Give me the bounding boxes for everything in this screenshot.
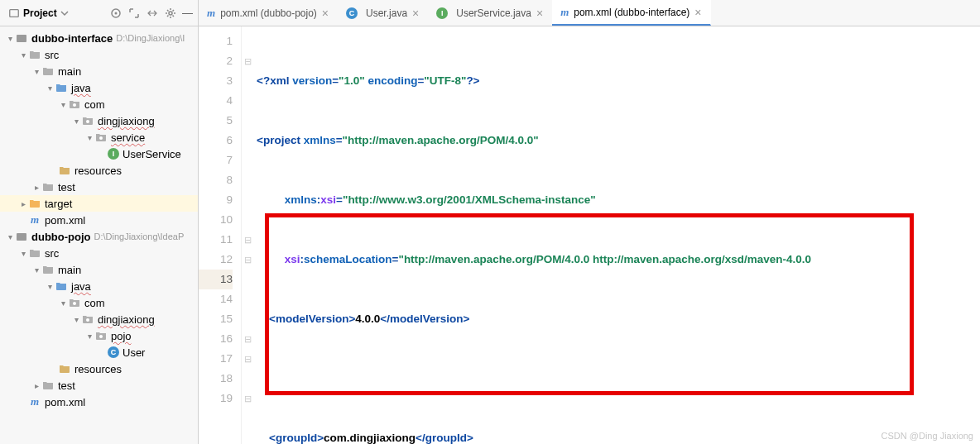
file-pom2[interactable]: m pom.xml: [0, 394, 198, 410]
expander-icon[interactable]: ▸: [31, 381, 41, 390]
expander-icon[interactable]: ▾: [45, 84, 55, 93]
package-com[interactable]: ▾ com: [0, 96, 198, 112]
class-user[interactable]: C User: [0, 344, 198, 360]
folder-src2[interactable]: ▾ src: [0, 245, 198, 261]
package-dingjiaxiong[interactable]: ▾ dingjiaxiong: [0, 112, 198, 129]
expander-icon[interactable]: ▾: [5, 232, 15, 241]
folder-main[interactable]: ▾ main: [0, 63, 198, 79]
expander-icon[interactable]: ▾: [84, 332, 94, 341]
svg-point-7: [99, 136, 103, 140]
expander-icon[interactable]: ▾: [71, 315, 81, 324]
node-label: UserService: [122, 148, 181, 160]
package-service[interactable]: ▾ service: [0, 129, 198, 146]
folder-main2[interactable]: ▾ main: [0, 261, 198, 278]
expander-icon[interactable]: ▾: [31, 67, 41, 76]
expand-icon[interactable]: [127, 7, 141, 20]
class-userservice[interactable]: I UserService: [0, 146, 198, 162]
package-pojo[interactable]: ▾ pojo: [0, 327, 198, 344]
expander-icon[interactable]: ▸: [18, 199, 28, 208]
watermark: CSDN @Ding Jiaxiong: [882, 431, 973, 441]
folder-icon: [41, 180, 55, 193]
tab-label: pom.xml (dubbo-pojo): [220, 7, 317, 19]
node-label: target: [45, 198, 72, 210]
folder-target[interactable]: ▸ target: [0, 195, 198, 212]
tab-label: pom.xml (dubbo-interface): [574, 7, 689, 18]
focus-icon[interactable]: [109, 7, 122, 20]
node-label: resources: [74, 165, 122, 177]
interface-icon: I: [436, 7, 448, 19]
path-hint: D:\DingJiaxiong\I: [116, 33, 185, 43]
folder-resources2[interactable]: resources: [0, 360, 198, 377]
fold-end-icon[interactable]: ⊟: [242, 329, 253, 349]
resources-folder-icon: [58, 164, 71, 177]
chevron-down-icon: [60, 9, 69, 17]
node-label: dingjiaxiong: [98, 115, 155, 127]
module-dubbo-pojo[interactable]: ▾ dubbo-pojo D:\DingJiaxiong\IdeaP: [0, 228, 198, 245]
line-gutter: 12345678910111213141516171819: [199, 26, 242, 444]
folder-src[interactable]: ▾ src: [0, 46, 198, 63]
expander-icon[interactable]: ▾: [71, 117, 81, 126]
folder-test[interactable]: ▸ test: [0, 179, 198, 195]
package-com2[interactable]: ▾ com: [0, 294, 198, 311]
expander-icon[interactable]: ▸: [31, 183, 41, 192]
project-sidebar: Project — ▾ dubbo-interface D:\DingJiaxi…: [0, 0, 199, 444]
expander-icon[interactable]: ▾: [45, 282, 55, 291]
node-label: User: [122, 346, 145, 359]
fold-column: ⊟ ⊟ ⊟ ⊟ ⊟ ⊟: [242, 26, 253, 444]
tabs-bar: m pom.xml (dubbo-pojo) × C User.java × I…: [199, 0, 980, 26]
expander-icon[interactable]: ▾: [5, 34, 15, 43]
tab-userservice-java[interactable]: I UserService.java ×: [428, 0, 552, 26]
fold-end-icon[interactable]: ⊟: [242, 349, 253, 369]
tab-label: UserService.java: [456, 7, 531, 19]
code-editor[interactable]: 12345678910111213141516171819 ⊟ ⊟ ⊟ ⊟ ⊟ …: [199, 26, 980, 444]
expander-icon[interactable]: ▾: [18, 50, 28, 60]
expander-icon[interactable]: ▾: [84, 133, 94, 142]
package-dingjiaxiong2[interactable]: ▾ dingjiaxiong: [0, 311, 198, 327]
sidebar-header: Project —: [0, 0, 198, 26]
module-icon: [15, 230, 28, 243]
interface-icon: I: [108, 148, 119, 160]
folder-java2[interactable]: ▾ java: [0, 278, 198, 294]
tab-user-java[interactable]: C User.java ×: [338, 0, 428, 26]
folder-test2[interactable]: ▸ test: [0, 377, 198, 394]
code-content[interactable]: <?xml version="1.0" encoding="UTF-8"?> <…: [253, 26, 980, 444]
source-folder-icon: [55, 81, 68, 94]
fold-icon[interactable]: ⊟: [242, 230, 253, 250]
file-pom1[interactable]: m pom.xml: [0, 212, 198, 228]
tab-label: User.java: [366, 7, 407, 19]
close-icon[interactable]: ×: [412, 7, 419, 20]
folder-java[interactable]: ▾ java: [0, 79, 198, 96]
fold-end-icon[interactable]: ⊟: [242, 389, 253, 408]
gear-icon[interactable]: [164, 7, 177, 20]
tab-pom-dubbo-interface[interactable]: m pom.xml (dubbo-interface) ×: [552, 0, 710, 26]
close-icon[interactable]: ×: [536, 7, 543, 20]
folder-resources[interactable]: resources: [0, 162, 198, 179]
tab-pom-dubbo-pojo[interactable]: m pom.xml (dubbo-pojo) ×: [199, 0, 338, 26]
svg-point-9: [73, 302, 76, 305]
node-label: dubbo-interface: [31, 32, 113, 45]
node-label: test: [58, 380, 75, 392]
svg-point-6: [86, 120, 89, 123]
expander-icon[interactable]: ▾: [31, 265, 41, 275]
close-icon[interactable]: ×: [322, 7, 329, 20]
package-icon: [94, 329, 108, 342]
project-tree: ▾ dubbo-interface D:\DingJiaxiong\I ▾ sr…: [0, 26, 198, 413]
expander-icon[interactable]: ▾: [58, 298, 68, 308]
module-dubbo-interface[interactable]: ▾ dubbo-interface D:\DingJiaxiong\I: [0, 30, 198, 46]
node-label: pojo: [111, 330, 132, 342]
package-icon: [94, 131, 108, 144]
close-icon[interactable]: ×: [694, 6, 701, 19]
sidebar-title-label: Project: [23, 7, 57, 19]
collapse-icon[interactable]: [146, 7, 159, 20]
hide-icon[interactable]: —: [182, 7, 193, 19]
sidebar-title[interactable]: Project: [5, 6, 72, 21]
node-label: java: [71, 280, 91, 293]
node-label: src: [45, 49, 59, 61]
maven-icon: m: [207, 7, 215, 20]
resources-folder-icon: [58, 362, 71, 375]
maven-icon: m: [560, 6, 569, 19]
fold-icon[interactable]: ⊟: [242, 250, 253, 270]
fold-icon[interactable]: ⊟: [242, 51, 253, 71]
expander-icon[interactable]: ▾: [58, 100, 68, 109]
expander-icon[interactable]: ▾: [18, 249, 28, 258]
